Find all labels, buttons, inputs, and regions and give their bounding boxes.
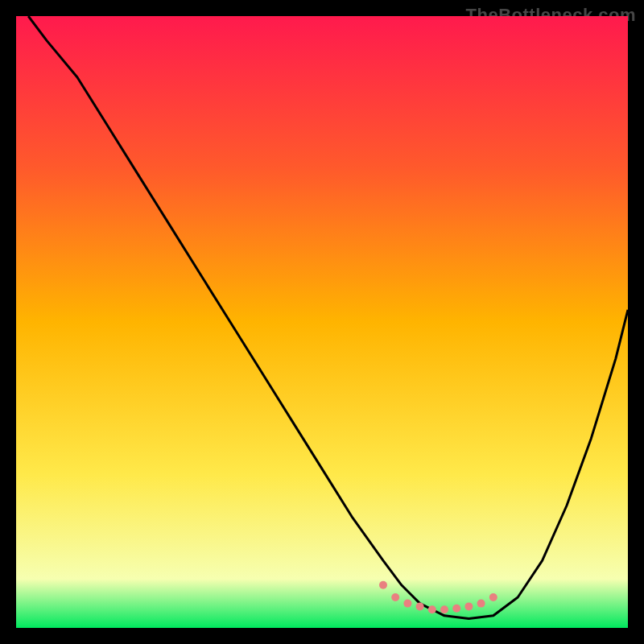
highlight-dot [416, 602, 424, 610]
highlight-dot [464, 602, 473, 610]
gradient-background [16, 16, 628, 628]
highlight-dot [452, 605, 460, 613]
highlight-dot [477, 600, 485, 608]
chart-svg [16, 16, 628, 628]
highlight-dot [391, 593, 399, 601]
plot-area [16, 16, 628, 628]
highlight-dot [428, 605, 436, 613]
highlight-dot [403, 600, 411, 608]
highlight-dot [379, 581, 387, 589]
highlight-dot [440, 605, 448, 613]
highlight-dot [489, 593, 497, 601]
chart-container: TheBottleneck.com [0, 0, 644, 644]
